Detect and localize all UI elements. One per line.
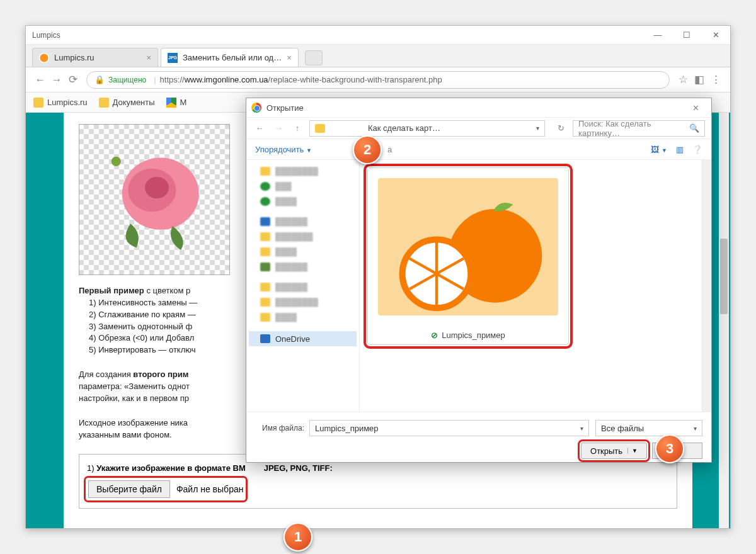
window-close-button[interactable]: ✕ [701,26,730,45]
reload-button[interactable]: ⟳ [65,72,81,88]
dialog-search-input[interactable]: Поиск: Как сделать картинку… 🔍 [573,120,705,137]
step-badge-3: 3 [655,434,684,463]
chosen-file-label: Файл не выбран [176,484,244,494]
example-image-checkerboard [79,124,230,275]
new-tab-button[interactable] [305,50,323,65]
orange-icon [39,53,49,63]
bookmark-documents[interactable]: Документы [99,98,155,108]
dialog-footer: Имя файла: Lumpics_пример Все файлы Откр… [246,412,711,466]
checkmark-icon: ⊘ [431,331,438,340]
gdrive-icon [166,98,176,108]
menu-icon[interactable]: ⋮ [707,72,724,88]
choose-file-button[interactable]: Выберите файл [88,480,170,498]
dialog-sidebar[interactable]: ████████ ███ ████ ██████ ███████ ████ ██… [246,160,360,412]
browser-tab-lumpics[interactable]: Lumpics.ru × [32,48,158,67]
file-input-group: Выберите файл Файл не выбран [87,479,244,499]
lock-icon: 🔒 [94,75,105,84]
tab-label: Заменить белый или од… [183,53,282,62]
refresh-button[interactable]: ↻ [554,123,568,133]
folder-icon [99,98,109,108]
filepane-scrollbar[interactable] [701,160,711,412]
view-mode-button[interactable]: 🖼 ▼ [651,145,667,154]
thumbnail-caption: ⊘ Lumpics_пример [368,325,568,344]
bookmark-star-icon[interactable]: ☆ [675,72,691,88]
help-button[interactable]: ❔ [692,145,702,154]
organize-menu[interactable]: Упорядочить ▼ [255,145,312,154]
svg-point-2 [145,177,169,198]
window-title: Lumpics [26,31,643,40]
file-thumbnail-selected[interactable]: ⊘ Lumpics_пример [367,167,569,345]
back-button[interactable]: ← [32,72,49,88]
address-field[interactable]: 🔒 Защищено | https://www.imgonline.com.u… [86,71,670,89]
dialog-file-pane[interactable]: ⊘ Lumpics_пример [360,160,711,412]
close-tab-icon[interactable]: × [282,53,292,62]
secure-label: Защищено [108,76,146,84]
file-open-dialog: Открытие ✕ ← → ↑ Как сделать карт… ↻ Пои… [246,98,712,463]
filename-label: Имя файла: [255,424,309,432]
dialog-toolbar: Упорядочить ▼ а 🖼 ▼ ▥ ❔ [246,138,711,160]
dialog-title: Открытие [266,103,304,113]
orange-artwork [378,178,558,315]
search-icon: 🔍 [689,123,699,133]
open-split-arrow-icon[interactable]: ▼ [627,448,638,454]
step-badge-1: 1 [284,523,312,551]
svg-point-3 [111,156,120,166]
window-minimize-button[interactable]: — [643,26,672,45]
folder-icon [315,124,325,133]
rose-image [94,140,214,259]
url-text: https://www.imgonline.com.ua/replace-whi… [160,75,442,84]
close-tab-icon[interactable]: × [141,53,151,62]
window-titlebar: Lumpics — ☐ ✕ [26,26,730,45]
sidebar-onedrive[interactable]: OneDrive [249,331,357,346]
extension-icon[interactable]: ◧ [691,72,707,88]
bookmark-drive[interactable]: М [166,98,187,108]
thumbnail-preview [368,168,568,325]
dialog-nav-row: ← → ↑ Как сделать карт… ↻ Поиск: Как сде… [246,117,711,138]
tab-strip: Lumpics.ru × JPG Заменить белый или од… … [26,45,730,67]
nav-forward-button[interactable]: → [272,123,285,133]
preview-pane-button[interactable]: ▥ [676,145,684,154]
open-button[interactable]: Открыть ▼ [581,443,647,459]
step-badge-2: 2 [353,135,382,164]
breadcrumb-path[interactable]: Как сделать карт… [309,120,545,137]
chrome-icon [251,103,261,113]
filename-combo[interactable]: Lumpics_пример [309,420,589,436]
nav-up-button[interactable]: ↑ [290,123,304,133]
url-bar: ← → ⟳ 🔒 Защищено | https://www.imgonline… [26,67,730,93]
dialog-titlebar: Открытие ✕ [246,98,711,117]
forward-button[interactable]: → [49,72,65,88]
bookmark-lumpics[interactable]: Lumpics.ru [33,98,88,108]
onedrive-icon [260,334,270,343]
dialog-close-button[interactable]: ✕ [685,103,706,113]
filetype-combo[interactable]: Все файлы [595,420,702,436]
dialog-body: ████████ ███ ████ ██████ ███████ ████ ██… [246,160,711,412]
folder-icon [33,98,43,108]
page-scrollbar[interactable] [719,113,729,528]
new-folder-button[interactable]: а [387,145,392,154]
tab-label: Lumpics.ru [54,53,94,62]
jpg-icon: JPG [168,53,178,63]
window-maximize-button[interactable]: ☐ [672,26,701,45]
browser-tab-imgonline[interactable]: JPG Заменить белый или од… × [161,48,299,67]
nav-back-button[interactable]: ← [253,123,266,133]
